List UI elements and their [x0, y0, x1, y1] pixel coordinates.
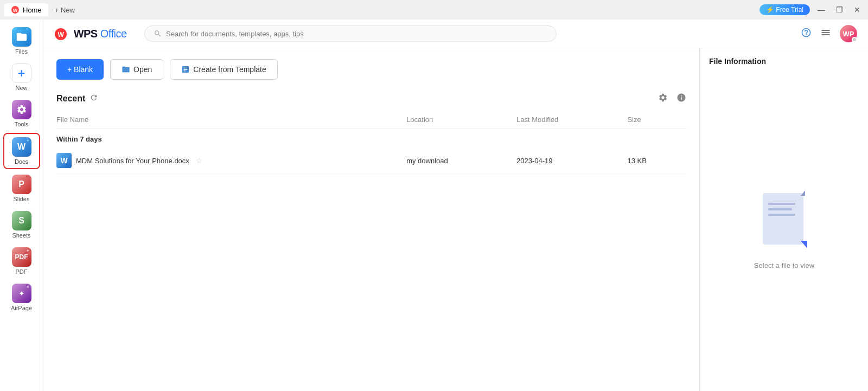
sidebar-pdf-label: PDF — [16, 268, 28, 275]
svg-text:W: W — [13, 8, 18, 13]
file-name: MDM Solutions for Your Phone.docx — [76, 157, 189, 165]
free-trial-button[interactable]: ⚡ Free Trial — [760, 4, 810, 15]
action-buttons: + Blank Open Create from Template — [56, 59, 686, 80]
docs-icon: W ✦ — [12, 137, 31, 157]
airpage-icon: ✦ ✦ — [12, 284, 31, 303]
search-input[interactable] — [166, 30, 547, 38]
new-tab-label: + New — [55, 6, 75, 14]
sidebar-new-label: New — [15, 85, 27, 91]
sidebar-item-sheets[interactable]: S Sheets — [3, 208, 40, 242]
sidebar: Files + New Tools W ✦ Docs P Slides — [0, 20, 43, 391]
app-logo: W WPS Office — [54, 27, 127, 41]
menu-icon[interactable] — [820, 27, 831, 41]
doc-icon: W — [56, 153, 72, 168]
tab-new[interactable]: + New — [50, 4, 79, 16]
new-icon: + — [12, 63, 31, 83]
sidebar-sheets-label: Sheets — [12, 232, 30, 239]
avatar[interactable]: WP — [840, 25, 857, 42]
sidebar-tools-label: Tools — [15, 121, 29, 127]
file-location: my download — [406, 148, 516, 174]
table-body: Within 7 days W MDM Solutions for Your P… — [56, 129, 686, 174]
preview-doc-shape — [763, 193, 803, 245]
empty-state-text: Select a file to view — [754, 261, 814, 270]
sidebar-slides-label: Slides — [14, 196, 30, 202]
titlebar-left: W Home + New — [4, 3, 79, 16]
tools-icon — [12, 100, 31, 119]
template-icon — [181, 65, 190, 74]
refresh-icon[interactable] — [90, 93, 98, 104]
table-row[interactable]: W MDM Solutions for Your Phone.docx ☆ my… — [56, 148, 686, 174]
table-header: File Name Location Last Modified Size — [56, 111, 686, 129]
search-bar[interactable] — [144, 25, 557, 42]
main-content: W WPS Office WP — [43, 20, 868, 391]
avatar-status-dot — [852, 37, 857, 42]
recent-label: Recent — [56, 94, 85, 104]
file-table: File Name Location Last Modified Size Wi… — [56, 111, 686, 174]
sheets-icon: S — [12, 211, 31, 230]
main-body: + Blank Open Create from Template Recent — [43, 48, 868, 391]
titlebar: W Home + New ⚡ Free Trial — ❐ ✕ — [0, 0, 868, 20]
header-right: WP — [801, 25, 857, 42]
open-folder-icon — [122, 65, 130, 74]
col-location: Location — [406, 111, 516, 129]
files-icon — [12, 27, 31, 47]
sidebar-item-tools[interactable]: Tools — [3, 97, 40, 131]
sidebar-airpage-label: AirPage — [11, 305, 32, 311]
open-button[interactable]: Open — [110, 59, 163, 80]
sidebar-item-slides[interactable]: P Slides — [3, 171, 40, 206]
wps-logo-icon: W — [11, 5, 20, 14]
header: W WPS Office WP — [43, 20, 868, 48]
file-modified: 2023-04-19 — [516, 148, 627, 174]
group-header-row: Within 7 days — [56, 129, 686, 148]
sidebar-item-new[interactable]: + New — [3, 60, 40, 94]
info-icon[interactable] — [676, 93, 686, 105]
maximize-button[interactable]: ❐ — [833, 4, 846, 15]
settings-icon[interactable] — [658, 93, 668, 105]
col-size: Size — [627, 111, 686, 129]
support-icon[interactable] — [801, 27, 812, 41]
sidebar-item-airpage[interactable]: ✦ ✦ AirPage — [3, 280, 40, 315]
file-preview: Select a file to view — [709, 74, 859, 382]
sidebar-files-label: Files — [15, 48, 28, 55]
app-area: Files + New Tools W ✦ Docs P Slides — [0, 20, 868, 391]
template-button[interactable]: Create from Template — [170, 59, 277, 80]
preview-illustration — [752, 188, 817, 253]
panel-title: File Information — [709, 57, 859, 66]
col-modified: Last Modified — [516, 111, 627, 129]
center-panel: + Blank Open Create from Template Recent — [43, 48, 699, 391]
sidebar-item-docs[interactable]: W ✦ Docs — [3, 133, 40, 169]
group-label: Within 7 days — [56, 129, 686, 148]
blank-button[interactable]: + Blank — [56, 59, 104, 80]
titlebar-right: ⚡ Free Trial — ❐ ✕ — [760, 4, 864, 15]
template-button-label: Create from Template — [193, 65, 266, 74]
open-button-label: Open — [133, 65, 152, 74]
col-filename: File Name — [56, 111, 406, 129]
search-icon — [154, 29, 162, 38]
file-name-cell: W MDM Solutions for Your Phone.docx ☆ — [56, 148, 406, 174]
tab-home[interactable]: W Home — [4, 3, 48, 16]
pdf-icon: PDF ✦ — [12, 247, 31, 267]
sidebar-item-pdf[interactable]: PDF ✦ PDF — [3, 244, 40, 278]
wps-logo-full-icon: W — [54, 28, 67, 41]
star-icon[interactable]: ☆ — [196, 156, 203, 165]
svg-text:W: W — [58, 31, 65, 39]
avatar-initials: WP — [843, 30, 854, 38]
right-panel: File Information — [700, 48, 868, 391]
sidebar-item-files[interactable]: Files — [3, 24, 40, 58]
minimize-button[interactable]: — — [814, 4, 828, 15]
close-button[interactable]: ✕ — [851, 4, 864, 15]
section-title: Recent — [56, 93, 686, 105]
sidebar-docs-label: Docs — [15, 158, 28, 165]
slides-icon: P — [12, 175, 31, 194]
cursor-arrow — [801, 241, 807, 248]
logo-text: WPS Office — [74, 28, 127, 40]
doc-corner — [801, 190, 805, 196]
file-size: 13 KB — [627, 148, 686, 174]
home-tab-label: Home — [23, 6, 42, 14]
